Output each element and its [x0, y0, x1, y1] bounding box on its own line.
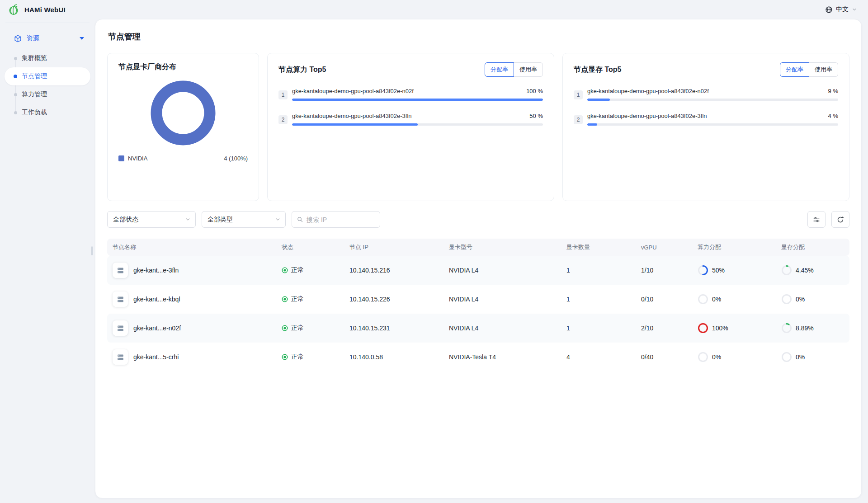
rank-badge: 2 [278, 115, 288, 124]
node-percent: 4 % [828, 113, 838, 119]
type-filter-select[interactable]: 全部类型 [202, 211, 286, 228]
sidebar-group-resources[interactable]: 资源 [5, 29, 90, 47]
sidebar-item-label: 集群概览 [22, 54, 47, 62]
table-row[interactable]: gke-kant...e-kbql 正常 10.140.15.226 NVIDI… [107, 285, 849, 314]
vendor-legend: NVIDIA 4 (100%) [118, 155, 248, 162]
sidebar-item[interactable]: 集群概览 [5, 49, 90, 67]
memory-alloc-value: 8.89% [796, 324, 814, 332]
status-ok-icon [282, 267, 288, 273]
memory-alloc-cell: 0% [776, 294, 849, 305]
gpu-model-cell: NVIDIA L4 [443, 267, 561, 274]
node-name[interactable]: gke-kant...5-crhi [133, 353, 179, 361]
compute-alloc-value: 100% [712, 324, 728, 332]
server-icon [116, 324, 125, 333]
progress-fill [587, 99, 610, 101]
sidebar-item[interactable]: 节点管理 [5, 67, 90, 85]
legend-value: 4 (100%) [224, 155, 248, 162]
compute-alloc-ring [698, 294, 708, 305]
vgpu-cell: 1/10 [636, 267, 692, 274]
chevron-down-icon [275, 216, 281, 222]
sidebar-item-label: 工作负载 [22, 108, 47, 117]
memory-alloc-cell: 8.89% [776, 323, 849, 334]
sidebar-item[interactable]: 算力管理 [5, 85, 90, 103]
status-filter-select[interactable]: 全部状态 [107, 211, 196, 228]
node-name-cell[interactable]: gke-kant...5-crhi [107, 349, 276, 365]
status-cell: 正常 [276, 295, 344, 303]
memory-alloc-cell: 0% [776, 352, 849, 362]
node-icon-box [113, 320, 128, 336]
node-name: gke-kantaloupe-demo-gpu-pool-a843f02e-3f… [292, 113, 412, 119]
status-text: 正常 [291, 353, 304, 361]
table-header: 节点名称 状态 节点 IP 显卡型号 显卡数量 vGPU 算力分配 显存分配 [107, 239, 849, 256]
column-header: 显卡数量 [561, 243, 636, 251]
top5-item: 2 gke-kantaloupe-demo-gpu-pool-a843f02e-… [278, 113, 543, 126]
node-icon-box [113, 349, 128, 365]
node-ip-cell: 10.140.0.58 [344, 353, 443, 361]
item-dot-icon [14, 111, 17, 114]
vendor-donut-chart [118, 79, 248, 147]
refresh-button[interactable] [831, 211, 849, 228]
compute-alloc-cell: 0% [692, 352, 776, 362]
sidebar-item[interactable]: 工作负载 [5, 103, 90, 122]
status-ok-icon [282, 296, 288, 302]
compute-alloc-cell: 50% [692, 265, 776, 276]
server-icon [116, 295, 125, 304]
compute-alloc-value: 0% [712, 296, 721, 303]
compute-top5-card: 节点算力 Top5 分配率 使用率 1 gke-kantaloupe-demo-… [267, 53, 554, 201]
memory-alloc-ring [781, 352, 792, 362]
vgpu-cell: 2/10 [636, 324, 692, 332]
tab-allocation-rate[interactable]: 分配率 [780, 62, 809, 77]
table-row[interactable]: gke-kant...e-3fln 正常 10.140.15.216 NVIDI… [107, 256, 849, 285]
server-icon [116, 266, 125, 275]
gpu-count-cell: 1 [561, 296, 636, 303]
column-header: 显存分配 [776, 243, 849, 251]
compute-top5-list: 1 gke-kantaloupe-demo-gpu-pool-a843f02e-… [278, 88, 543, 126]
rank-badge: 1 [278, 90, 288, 99]
node-ip-cell: 10.140.15.231 [344, 324, 443, 332]
memory-rate-toggle: 分配率 使用率 [780, 62, 838, 77]
language-selector[interactable]: 中文 [825, 5, 857, 14]
table-row[interactable]: gke-kant...5-crhi 正常 10.140.0.58 NVIDIA-… [107, 343, 849, 371]
node-name: gke-kantaloupe-demo-gpu-pool-a843f02e-n0… [292, 88, 414, 94]
legend-row: NVIDIA 4 (100%) [118, 155, 248, 162]
legend-label: NVIDIA [128, 155, 147, 162]
status-cell: 正常 [276, 266, 344, 274]
tab-usage-rate[interactable]: 使用率 [514, 62, 543, 77]
sidebar-item-label: 节点管理 [22, 72, 47, 80]
ip-search-input[interactable] [307, 216, 375, 223]
status-text: 正常 [291, 266, 304, 274]
ip-search-box [292, 211, 380, 228]
column-header: 节点 IP [344, 243, 443, 251]
top5-item: 1 gke-kantaloupe-demo-gpu-pool-a843f02e-… [574, 88, 838, 101]
app-title: HAMi WebUI [24, 6, 66, 14]
memory-alloc-value: 0% [796, 353, 805, 361]
tab-allocation-rate[interactable]: 分配率 [485, 62, 514, 77]
memory-alloc-cell: 4.45% [776, 265, 849, 276]
node-name-cell[interactable]: gke-kant...e-n02f [107, 320, 276, 336]
node-name[interactable]: gke-kant...e-kbql [133, 296, 180, 303]
rank-badge: 2 [574, 115, 583, 124]
node-name-cell[interactable]: gke-kant...e-3fln [107, 263, 276, 278]
filter-row: 全部状态 全部类型 [107, 211, 849, 228]
column-settings-button[interactable] [807, 211, 826, 228]
node-name-cell[interactable]: gke-kant...e-kbql [107, 291, 276, 307]
cube-icon [14, 34, 22, 43]
legend-swatch [118, 155, 124, 161]
progress-fill [587, 123, 597, 126]
gpu-count-cell: 4 [561, 353, 636, 361]
tab-usage-rate[interactable]: 使用率 [809, 62, 838, 77]
status-cell: 正常 [276, 324, 344, 332]
table-row[interactable]: gke-kant...e-n02f 正常 10.140.15.231 NVIDI… [107, 314, 849, 343]
nodes-table: 节点名称 状态 节点 IP 显卡型号 显卡数量 vGPU 算力分配 显存分配 [107, 239, 849, 371]
summary-cards: 节点显卡厂商分布 NVIDIA 4 (100%) 节点算 [107, 53, 849, 201]
column-header: 状态 [276, 243, 344, 251]
node-name[interactable]: gke-kant...e-n02f [133, 324, 181, 332]
sidebar: 资源 集群概览 节点管理 算力管理 工作负载 [0, 19, 95, 503]
memory-alloc-ring [781, 265, 792, 276]
node-name[interactable]: gke-kant...e-3fln [133, 267, 179, 274]
node-percent: 100 % [526, 88, 543, 94]
chevron-down-icon [185, 216, 191, 222]
vgpu-cell: 0/40 [636, 353, 692, 361]
compute-alloc-value: 50% [712, 267, 725, 274]
sidebar-resize-handle[interactable] [91, 246, 93, 255]
